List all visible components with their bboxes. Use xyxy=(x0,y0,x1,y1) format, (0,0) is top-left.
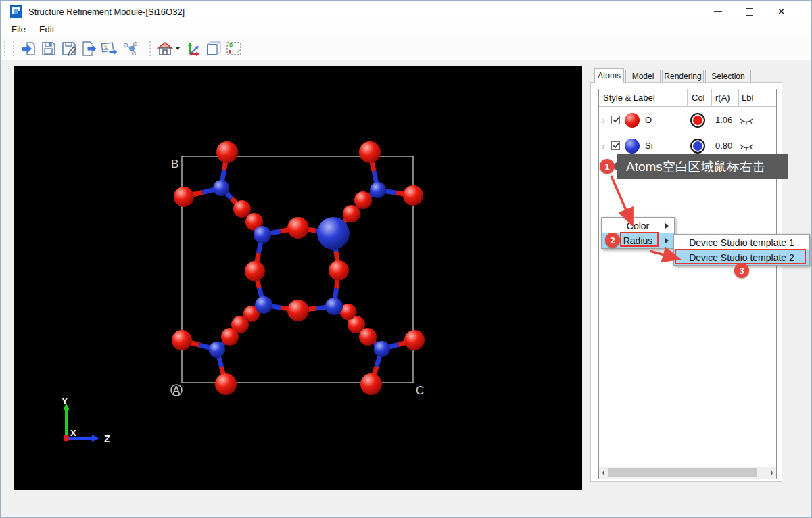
app-window: Structure Refinement Module-[Si16O32] × … xyxy=(0,0,812,518)
export-button[interactable] xyxy=(79,39,99,58)
atom-O[interactable] xyxy=(403,185,423,206)
atom-Si[interactable] xyxy=(370,182,386,198)
atom-O[interactable] xyxy=(233,200,251,218)
scrollbar-thumb[interactable] xyxy=(608,468,757,477)
step-2-badge: 2 xyxy=(605,233,620,248)
toolbar: BC0 xyxy=(1,37,811,60)
atom-O[interactable] xyxy=(329,260,349,281)
expand-chevron-icon[interactable]: › xyxy=(602,114,605,126)
step-3-highlight-box xyxy=(675,249,806,264)
import-icon xyxy=(20,41,37,57)
tab-model[interactable]: Model xyxy=(625,70,661,82)
atom-Si[interactable] xyxy=(255,296,272,314)
visibility-checkbox[interactable] xyxy=(611,116,620,124)
element-sphere-swatch xyxy=(625,113,640,128)
close-button[interactable]: × xyxy=(765,1,797,22)
visibility-checkbox[interactable] xyxy=(611,141,620,150)
atom-O[interactable] xyxy=(343,205,360,222)
radius-value[interactable]: 0.80 xyxy=(715,141,732,151)
radius-value[interactable]: 1.06 xyxy=(715,115,732,125)
atom-Si[interactable] xyxy=(213,180,229,196)
menu-bar: File Edit xyxy=(1,22,811,37)
maximize-button[interactable] xyxy=(734,1,765,22)
horizontal-scrollbar[interactable]: ‹ › xyxy=(599,467,776,479)
atom-O[interactable] xyxy=(216,141,238,163)
save-icon xyxy=(41,41,57,57)
export-image-button[interactable] xyxy=(99,39,120,58)
atom-O[interactable] xyxy=(360,373,382,395)
header-style-label: Style & Label xyxy=(603,93,655,103)
cell-box-button[interactable] xyxy=(204,39,224,58)
axes-button[interactable] xyxy=(183,39,204,58)
atom-Si[interactable] xyxy=(209,342,225,358)
tab-selection[interactable]: Selection xyxy=(705,70,751,82)
home-view-button[interactable] xyxy=(155,39,175,58)
label-hidden-eye-icon[interactable] xyxy=(739,116,754,128)
toolbar-grip[interactable] xyxy=(149,41,151,56)
supercell-icon: BC0 xyxy=(224,40,243,57)
atom-O[interactable] xyxy=(245,261,265,281)
atom-O[interactable] xyxy=(287,217,309,239)
svg-text:C: C xyxy=(237,49,241,54)
axis-gizmo: Y X Z xyxy=(62,396,110,444)
table-row[interactable]: › O 1.06 xyxy=(599,108,776,133)
header-col: Col xyxy=(692,93,705,103)
atom-O[interactable] xyxy=(287,300,309,321)
menu-item-color[interactable]: Color xyxy=(602,218,674,233)
atom-Si[interactable] xyxy=(254,226,271,243)
home-icon xyxy=(156,41,174,57)
atom-O[interactable] xyxy=(221,328,239,346)
element-name: O xyxy=(645,115,652,125)
annotation-tooltip: Atoms空白区域鼠标右击 xyxy=(617,154,788,179)
axis-label-x: X xyxy=(70,428,76,438)
atom-O[interactable] xyxy=(174,187,194,207)
bonds-button[interactable] xyxy=(120,39,140,58)
atom-Si[interactable] xyxy=(374,341,390,357)
save-button[interactable] xyxy=(39,39,59,58)
supercell-button[interactable]: BC0 xyxy=(224,39,244,58)
z-axis-arrow xyxy=(92,435,99,442)
scroll-left-arrow-icon[interactable]: ‹ xyxy=(599,467,608,479)
tab-atoms[interactable]: Atoms xyxy=(594,68,624,83)
menu-edit[interactable]: Edit xyxy=(32,23,61,36)
label-hidden-eye-icon[interactable] xyxy=(739,142,754,154)
tab-rendering[interactable]: Rendering xyxy=(662,70,704,82)
cell-label-b: B xyxy=(171,158,178,170)
save-as-button[interactable] xyxy=(59,39,79,58)
scroll-right-arrow-icon[interactable]: › xyxy=(767,467,776,479)
table-header: Style & Label Col r(A) Lbl xyxy=(599,89,776,107)
menu-item-template-1[interactable]: Device Studio template 1 xyxy=(674,235,809,250)
atoms-style-table: Style & Label Col r(A) Lbl › O 1.06 › Si… xyxy=(598,89,777,479)
axis-label-y: Y xyxy=(62,396,68,406)
toolbar-grip[interactable] xyxy=(12,41,15,56)
step-1-badge: 1 xyxy=(600,159,615,174)
axis-label-z: Z xyxy=(104,433,110,444)
bonds-icon xyxy=(121,41,139,57)
submenu-arrow-icon xyxy=(665,238,669,243)
cell-label-a: A xyxy=(172,384,181,397)
window-title: Structure Refinement Module-[Si16O32] xyxy=(28,7,185,17)
import-button[interactable] xyxy=(18,39,39,58)
cell-label-c: C xyxy=(416,384,424,397)
atom-O[interactable] xyxy=(359,328,377,346)
atom-Si[interactable] xyxy=(325,298,343,315)
atom-O[interactable] xyxy=(215,373,237,395)
atom-O[interactable] xyxy=(359,141,381,163)
toolbar-grip[interactable] xyxy=(3,41,6,56)
step-3-badge: 3 xyxy=(734,263,749,278)
header-lbl: Lbl xyxy=(742,93,753,103)
app-logo-icon xyxy=(10,5,22,18)
submenu-arrow-icon xyxy=(665,223,669,229)
color-swatch[interactable] xyxy=(690,113,705,128)
atom-O[interactable] xyxy=(172,330,192,350)
home-dropdown-caret[interactable] xyxy=(175,47,181,50)
atom-O[interactable] xyxy=(354,191,372,209)
atom-O[interactable] xyxy=(404,330,425,350)
menu-file[interactable]: File xyxy=(5,23,32,36)
maximize-icon xyxy=(746,8,753,16)
structure-viewport[interactable]: B A C Y X Z xyxy=(14,66,582,490)
minimize-button[interactable] xyxy=(702,1,734,22)
color-swatch[interactable] xyxy=(690,139,705,154)
atom-Si[interactable] xyxy=(317,217,350,250)
expand-chevron-icon[interactable]: › xyxy=(602,140,605,151)
